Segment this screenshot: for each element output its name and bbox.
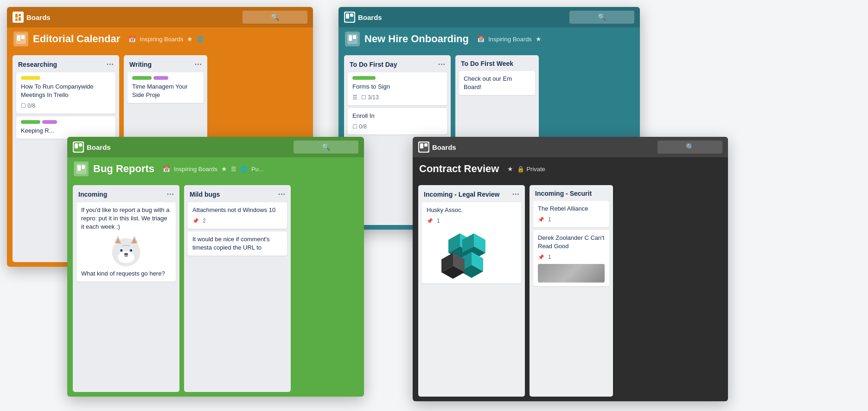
newhire-workspace-label: Inspiring Boards: [488, 36, 532, 43]
editorial-board-header: Editorial Calendar 📅 Inspiring Boards ★ …: [7, 27, 313, 51]
derek-text: Derek Zoolander C Can't Read Good: [538, 234, 605, 250]
rebel-attach-icon: 📌: [538, 216, 544, 223]
incoming-menu-icon[interactable]: ⋯: [166, 190, 174, 199]
todo-first-day-title: To Do First Day: [350, 61, 397, 68]
card-enroll-in[interactable]: Enroll In ☐ 0/8: [348, 108, 447, 135]
enroll-text: Enroll In: [352, 112, 442, 120]
legal-menu-icon[interactable]: ⋯: [512, 190, 519, 199]
checklist-meta: ☐ 0/8: [21, 102, 35, 110]
writing-title: Writing: [129, 61, 152, 68]
card-labels-2: [21, 120, 111, 124]
card-attachments-windows10[interactable]: Attachments not d Windows 10 📌 2: [188, 202, 287, 229]
bugreports-globe-icon: 🌐: [240, 166, 248, 173]
svg-point-29: [124, 253, 128, 256]
attachment-count: 2: [203, 217, 206, 225]
husky-assoc-text: Husky Assoc.: [427, 206, 517, 214]
rebel-attach-count: 1: [548, 216, 551, 224]
svg-point-28: [132, 249, 132, 250]
bugreports-board-logo: [74, 161, 89, 176]
trello-icon: [13, 12, 24, 23]
newhire-star-icon[interactable]: ★: [536, 35, 542, 43]
label-green-forms: [352, 76, 376, 80]
card-time-management[interactable]: Time Managem Your Side Proje: [128, 72, 204, 103]
card-text: How To Run Companywide Meetings In Trell…: [21, 83, 111, 99]
contract-search-icon: 🔍: [686, 143, 695, 151]
husky-logo-area: [427, 229, 517, 280]
incoming-legal-list: Incoming - Legal Review ⋯ Husky Assoc. 📌…: [418, 185, 525, 397]
contract-star-icon[interactable]: ★: [507, 165, 513, 173]
todo-day-menu-icon[interactable]: ⋯: [438, 60, 445, 69]
label-yellow: [21, 76, 40, 80]
svg-point-27: [122, 249, 122, 250]
bugreports-search-icon: 🔍: [322, 143, 331, 151]
bugreports-menu-icon[interactable]: ☰: [231, 166, 236, 173]
newhire-nav: Boards 🔍: [338, 7, 640, 27]
writing-list-menu-icon[interactable]: ⋯: [194, 60, 202, 69]
mild-bugs-title: Mild bugs: [190, 191, 220, 198]
card-meta: ☐ 0/8: [21, 102, 111, 110]
newhire-board-header: New Hire Onboarding 📅 Inspiring Boards ★: [338, 27, 640, 51]
editorial-search[interactable]: 🔍: [243, 11, 307, 24]
label-green-2: [132, 76, 152, 80]
bugreports-star-icon[interactable]: ★: [221, 165, 227, 173]
svg-rect-2: [21, 35, 25, 39]
rebel-meta: 📌 1: [538, 216, 605, 224]
incoming-security-header: Incoming - Securit: [533, 189, 609, 198]
card-rebel-alliance[interactable]: The Rebel Alliance 📌 1: [533, 201, 609, 227]
editorial-board-meta: 📅 Inspiring Boards ★ 🌐: [128, 35, 204, 43]
bugreports-trello-icon: [73, 141, 84, 153]
forms-to-sign-text: Forms to Sign: [352, 83, 442, 91]
mild-bugs-header: Mild bugs ⋯: [188, 189, 287, 199]
bugreports-board-title: Bug Reports: [93, 163, 154, 175]
card-comment-timestamp[interactable]: It would be nice if comment's timesta co…: [188, 231, 287, 256]
svg-rect-8: [353, 35, 356, 39]
bugreports-workspace-label: Inspiring Boards: [174, 166, 217, 173]
card-keeping[interactable]: Keeping R...: [16, 116, 115, 139]
newhire-board-logo: [345, 32, 360, 46]
editorial-nav-logo: Boards: [13, 12, 51, 23]
bugreports-window: Boards 🔍 Bug Reports 📅 Inspiring Boards …: [67, 137, 364, 397]
husky-logo-svg: [441, 229, 502, 280]
card-forms-to-sign[interactable]: Forms to Sign ☰ ☐ 3/13: [348, 72, 447, 105]
enroll-checklist: ☐ 0/8: [352, 123, 367, 131]
list-menu-icon[interactable]: ⋯: [106, 60, 114, 69]
label-purple: [42, 120, 57, 124]
bugreports-visibility-label: Pu...: [251, 166, 264, 173]
attachment-icon: 📌: [192, 218, 199, 225]
mild-bugs-list: Mild bugs ⋯ Attachments not d Windows 10…: [184, 185, 291, 392]
newhire-board-meta: 📅 Inspiring Boards ★: [477, 35, 542, 43]
svg-rect-13: [77, 165, 81, 171]
bugreports-search[interactable]: 🔍: [294, 141, 358, 154]
card-labels: [21, 76, 111, 80]
forms-labels: [352, 76, 442, 80]
newhire-nav-boards-label: Boards: [358, 13, 382, 21]
contract-board-header: Contract Review ★ 🔒 Private: [413, 157, 728, 180]
card-check-out-em[interactable]: Check out our Em Board!: [459, 71, 535, 95]
lock-icon: 🔒: [517, 166, 524, 173]
card-husky-assoc[interactable]: Husky Assoc. 📌 1: [422, 202, 521, 283]
label-purple-2: [153, 76, 168, 80]
derek-attach-icon: 📌: [538, 254, 544, 261]
contract-trello-icon: [418, 141, 429, 153]
derek-attach-count: 1: [548, 253, 551, 261]
newhire-search-icon: 🔍: [598, 13, 606, 21]
card-report-bug[interactable]: If you'd like to report a bug with a rep…: [77, 202, 176, 282]
husky-image: [81, 234, 171, 267]
editorial-board-title: Editorial Calendar: [33, 33, 120, 45]
contract-search[interactable]: 🔍: [657, 141, 722, 154]
bugreports-lists: Incoming ⋯ If you'd like to report a bug…: [67, 180, 364, 397]
editorial-board-logo: [13, 32, 28, 46]
notes-icon: ☰: [352, 94, 357, 102]
attachments-meta: 📌 2: [192, 217, 282, 225]
svg-rect-14: [82, 165, 85, 169]
incoming-list-header: Incoming ⋯: [77, 189, 176, 199]
svg-rect-4: [346, 13, 349, 19]
contract-nav-boards-label: Boards: [432, 143, 456, 151]
star-icon[interactable]: ★: [187, 35, 193, 43]
newhire-search[interactable]: 🔍: [569, 11, 634, 24]
card-derek-zoolander[interactable]: Derek Zoolander C Can't Read Good 📌 1: [533, 230, 609, 286]
card-companywide[interactable]: How To Run Companywide Meetings In Trell…: [16, 72, 115, 114]
husky-attach-count: 1: [437, 217, 440, 225]
mild-bugs-menu-icon[interactable]: ⋯: [278, 190, 285, 199]
bugreports-nav-boards-label: Boards: [87, 143, 111, 151]
